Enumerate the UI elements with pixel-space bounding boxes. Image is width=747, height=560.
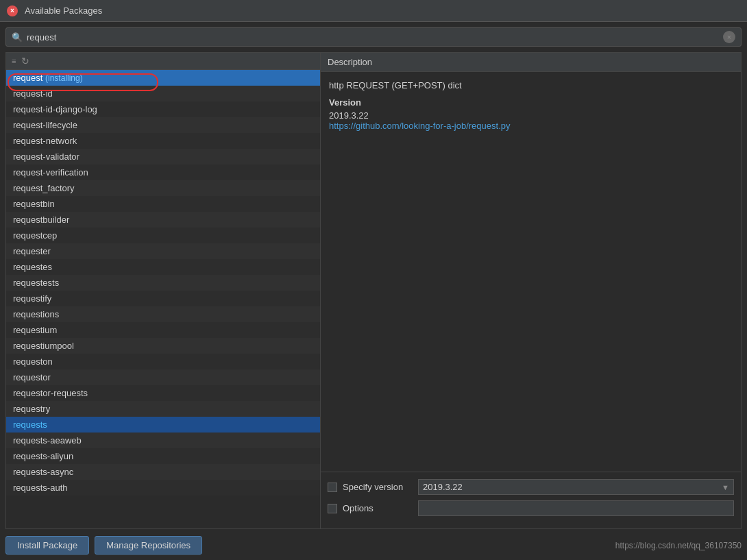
specify-version-row: Specify version 2019.3.22 ▼ <box>328 479 734 495</box>
list-item[interactable]: requests-aliyun <box>6 448 320 464</box>
list-item[interactable]: request_factory <box>6 180 320 196</box>
search-icon: 🔍 <box>12 32 23 42</box>
list-item[interactable]: requestcep <box>6 228 320 243</box>
description-header: Description <box>321 53 741 72</box>
refresh-icon[interactable]: ↻ <box>21 56 29 66</box>
list-item[interactable]: request-verification <box>6 165 320 180</box>
list-item[interactable]: requestests <box>6 275 320 291</box>
package-list-header: ≡ ↻ <box>6 53 320 70</box>
title-bar: × Available Packages <box>0 0 747 22</box>
close-icon: × <box>10 7 14 14</box>
description-content: http REQUEST (GET+POST) dict Version 201… <box>321 72 741 472</box>
list-item[interactable]: requests-async <box>6 464 320 480</box>
list-item[interactable]: requestry <box>6 401 320 417</box>
list-item[interactable]: requests-auth <box>6 480 320 496</box>
list-item[interactable]: requestium <box>6 322 320 338</box>
specify-version-checkbox[interactable] <box>328 483 337 492</box>
list-item[interactable]: requestor <box>6 369 320 385</box>
search-input[interactable] <box>27 32 723 42</box>
description-bottom-controls: Specify version 2019.3.22 ▼ Options <box>321 472 741 528</box>
bottom-buttons: Install Package Manage Repositories <box>5 536 202 555</box>
list-item[interactable]: request-validator <box>6 149 320 165</box>
description-version-label: Version <box>329 97 733 108</box>
list-item[interactable]: requestbin <box>6 196 320 212</box>
list-item[interactable]: request-network <box>6 133 320 149</box>
options-row: Options <box>328 500 734 516</box>
bottom-url-text: https://blog.csdn.net/qq_36107350 <box>615 541 742 550</box>
list-item[interactable]: request-lifecycle <box>6 117 320 133</box>
list-item[interactable]: requestions <box>6 306 320 322</box>
options-input[interactable] <box>418 500 734 516</box>
list-item[interactable]: request-id <box>6 86 320 101</box>
content-area: ≡ ↻ request (installing)request-idreques… <box>5 52 742 529</box>
list-item[interactable]: requestify <box>6 291 320 306</box>
search-clear-button[interactable]: × <box>723 31 735 43</box>
manage-repositories-button[interactable]: Manage Repositories <box>95 536 202 555</box>
list-item[interactable]: requestiumpool <box>6 338 320 354</box>
description-main-text: http REQUEST (GET+POST) dict <box>329 80 733 90</box>
main-container: 🔍 × ≡ ↻ request (installing)request-idre… <box>0 22 747 560</box>
version-dropdown[interactable]: 2019.3.22 ▼ <box>418 479 734 495</box>
specify-version-label: Specify version <box>343 482 411 492</box>
clear-icon: × <box>727 33 731 41</box>
version-value: 2019.3.22 <box>423 482 463 492</box>
options-checkbox[interactable] <box>328 504 337 513</box>
sort-icon: ≡ <box>12 57 16 65</box>
description-link[interactable]: https://github.com/looking-for-a-job/req… <box>329 121 510 131</box>
list-item[interactable]: requester <box>6 243 320 259</box>
package-list-panel: ≡ ↻ request (installing)request-idreques… <box>5 52 321 529</box>
window-title: Available Packages <box>25 5 102 16</box>
close-button[interactable]: × <box>7 5 18 16</box>
list-item[interactable]: requestbuilder <box>6 212 320 228</box>
list-item[interactable]: requeston <box>6 354 320 369</box>
list-item[interactable]: request-id-django-log <box>6 101 320 117</box>
list-item[interactable]: requestor-requests <box>6 385 320 401</box>
search-bar: 🔍 × <box>5 27 742 47</box>
description-panel: Description http REQUEST (GET+POST) dict… <box>321 52 742 529</box>
bottom-bar: Install Package Manage Repositories http… <box>5 532 742 555</box>
options-label: Options <box>343 503 411 513</box>
list-item[interactable]: requests <box>6 417 320 433</box>
dropdown-arrow-icon: ▼ <box>722 483 729 491</box>
list-item[interactable]: requestes <box>6 259 320 275</box>
install-package-button[interactable]: Install Package <box>5 536 89 555</box>
list-item[interactable]: requests-aeaweb <box>6 433 320 448</box>
description-version-value: 2019.3.22 <box>329 110 733 121</box>
list-item[interactable]: request (installing) <box>6 70 320 86</box>
package-list: request (installing)request-idrequest-id… <box>6 70 320 528</box>
list-actions: ≡ ↻ <box>12 56 29 66</box>
